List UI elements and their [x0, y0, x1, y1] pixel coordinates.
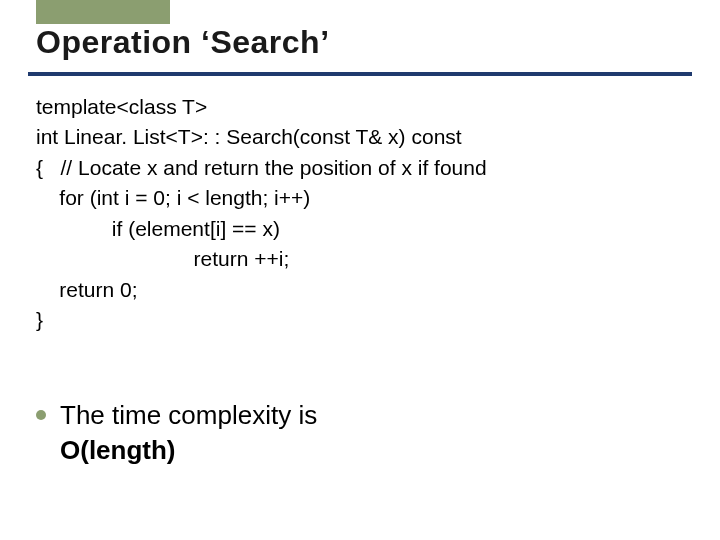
code-line: return ++i; — [36, 247, 289, 270]
slide: Operation ‘Search’ template<class T> int… — [0, 0, 720, 540]
code-block: template<class T> int Linear. List<T>: :… — [36, 92, 487, 336]
bullet-line1: The time complexity is — [60, 400, 317, 430]
bullet-dot-icon — [36, 410, 46, 420]
code-line: return 0; — [36, 278, 138, 301]
bullet-line2-bold: O(length) — [60, 435, 176, 465]
title-rule — [28, 72, 692, 76]
slide-title: Operation ‘Search’ — [36, 24, 330, 61]
bullet-text: The time complexity is O(length) — [60, 398, 317, 468]
accent-box — [36, 0, 170, 24]
code-line: int Linear. List<T>: : Search(const T& x… — [36, 125, 462, 148]
code-line: { // Locate x and return the position of… — [36, 156, 487, 179]
code-line: template<class T> — [36, 95, 207, 118]
code-line: for (int i = 0; i < length; i++) — [36, 186, 310, 209]
bullet-item: The time complexity is O(length) — [36, 398, 317, 468]
code-line: } — [36, 308, 43, 331]
code-line: if (element[i] == x) — [36, 217, 280, 240]
